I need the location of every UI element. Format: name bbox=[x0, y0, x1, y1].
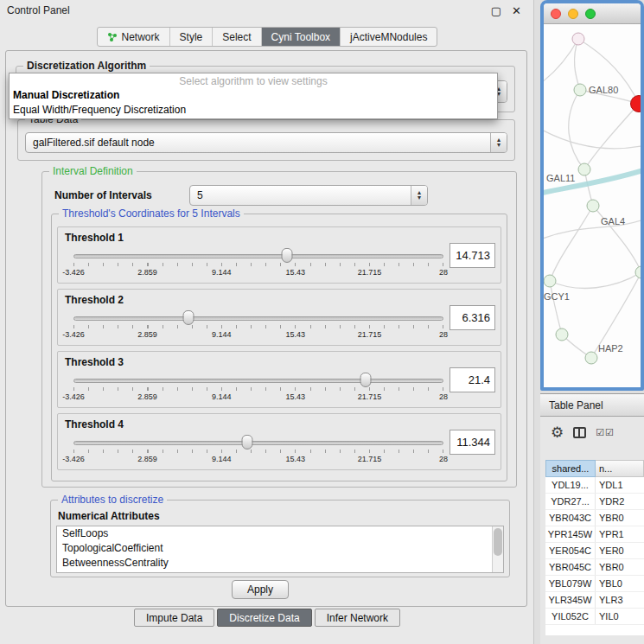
cell-name[interactable]: YBR0 bbox=[596, 559, 644, 575]
network-node[interactable] bbox=[572, 33, 585, 46]
network-node[interactable] bbox=[556, 328, 569, 341]
cell-shared-name[interactable]: YLR345W bbox=[545, 592, 596, 608]
float-window-icon[interactable]: ▢ bbox=[491, 4, 501, 17]
close-icon[interactable]: ✕ bbox=[512, 4, 521, 17]
slider-thumb[interactable] bbox=[282, 248, 293, 263]
network-node[interactable] bbox=[578, 163, 591, 176]
scale-label: 21.715 bbox=[358, 268, 382, 277]
mac-zoom-button[interactable] bbox=[585, 9, 596, 19]
cell-shared-name[interactable]: YPR145W bbox=[545, 526, 596, 542]
intervals-select-value: 5 bbox=[190, 189, 411, 201]
select-columns-icon[interactable]: ☑☑ bbox=[596, 427, 615, 438]
list-item[interactable]: BetweennessCentrality bbox=[57, 556, 503, 571]
network-node[interactable] bbox=[574, 84, 587, 97]
tab-infer-network[interactable]: Infer Network bbox=[315, 609, 400, 627]
slider-thumb[interactable] bbox=[360, 373, 372, 387]
threshold-1-slider[interactable]: -3.426 2.859 9.144 15.43 21.715 28 bbox=[73, 246, 443, 281]
cell-shared-name[interactable]: YER054C bbox=[545, 543, 596, 558]
network-node[interactable] bbox=[544, 275, 557, 288]
threshold-3-slider[interactable]: -3.426 2.859 9.144 15.43 21.715 28 bbox=[73, 371, 443, 405]
tab-style[interactable]: Style bbox=[169, 28, 213, 46]
slider-thumb[interactable] bbox=[242, 435, 253, 450]
cell-name[interactable]: YBR0 bbox=[596, 510, 644, 526]
tab-cyni-toolbox[interactable]: Cyni Toolbox bbox=[261, 28, 340, 46]
scale-label: 21.715 bbox=[358, 392, 382, 401]
network-window-titlebar bbox=[544, 3, 641, 24]
tab-label: Style bbox=[180, 31, 203, 43]
slider-ticks bbox=[73, 387, 443, 391]
stepper-icon[interactable]: ▴ ▾ bbox=[490, 133, 507, 152]
scale-label: 28 bbox=[439, 392, 448, 401]
table-row[interactable]: YER054C YER0 bbox=[545, 543, 644, 559]
threshold-4-slider[interactable]: -3.426 2.859 9.144 15.43 21.715 28 bbox=[73, 433, 443, 468]
threshold-3-value-field[interactable]: 21.4 bbox=[450, 367, 495, 392]
table-row[interactable]: YIL052C YIL0 bbox=[545, 609, 644, 625]
scale-label: -3.426 bbox=[62, 268, 85, 277]
table-row[interactable]: YBR045C YBR0 bbox=[545, 559, 644, 576]
cell-shared-name[interactable]: YBR045C bbox=[545, 559, 596, 575]
table-data-group: Table Data galFiltered.sif default node … bbox=[17, 119, 515, 161]
list-scrollbar[interactable] bbox=[492, 526, 503, 572]
tab-network[interactable]: Network bbox=[98, 28, 169, 46]
threshold-2-value-field[interactable]: 6.316 bbox=[450, 305, 495, 330]
threshold-2-slider[interactable]: -3.426 2.859 9.144 15.43 21.715 28 bbox=[73, 309, 443, 343]
scrollbar-thumb[interactable] bbox=[494, 528, 502, 556]
tab-discretize-data[interactable]: Discretize Data bbox=[217, 609, 311, 627]
slider-track[interactable] bbox=[73, 254, 443, 258]
slider-track[interactable] bbox=[73, 441, 443, 445]
cell-shared-name[interactable]: YDL19... bbox=[545, 477, 596, 493]
list-item[interactable]: SelfLoops bbox=[57, 526, 503, 541]
cell-name[interactable]: YBL0 bbox=[596, 576, 644, 591]
cell-name[interactable]: YIL0 bbox=[596, 609, 644, 624]
scale-label: 15.43 bbox=[286, 392, 306, 401]
cell-shared-name[interactable]: YDR27... bbox=[545, 494, 596, 509]
table-row[interactable]: YPR145W YPR1 bbox=[545, 526, 644, 543]
tab-jactivemnodules[interactable]: jActiveMNodules bbox=[340, 28, 437, 46]
dropdown-item-manual-discretization[interactable]: Manual Discretization bbox=[10, 88, 497, 103]
slider-track[interactable] bbox=[73, 379, 443, 383]
mac-close-button[interactable] bbox=[551, 9, 561, 19]
cell-shared-name[interactable]: YBR043C bbox=[545, 510, 596, 526]
threshold-4-value-field[interactable]: 11.344 bbox=[450, 430, 495, 455]
tab-select[interactable]: Select bbox=[212, 28, 260, 46]
table-row[interactable]: YBR043C YBR0 bbox=[545, 510, 644, 526]
column-header-shared-name[interactable]: shared... bbox=[545, 460, 596, 477]
scale-label: 15.43 bbox=[286, 455, 306, 463]
cell-name[interactable]: YPR1 bbox=[596, 526, 644, 542]
threshold-1-value-field[interactable]: 14.713 bbox=[450, 243, 495, 268]
table-row[interactable]: YDR27... YDR2 bbox=[545, 494, 644, 510]
network-canvas[interactable]: GAL80 GAL11 GAL4 GCY1 HAP2 bbox=[544, 24, 641, 386]
intervals-select[interactable]: 5 ▴ ▾ bbox=[189, 185, 428, 206]
column-header-name[interactable]: n... bbox=[596, 460, 644, 477]
apply-button[interactable]: Apply bbox=[232, 580, 289, 599]
stepper-icon[interactable]: ▴ ▾ bbox=[411, 186, 427, 205]
table-row[interactable]: YBL079W YBL0 bbox=[545, 576, 644, 592]
cell-name[interactable]: YLR3 bbox=[596, 592, 644, 608]
table-toolbar: ⚙ ☑☑ bbox=[540, 417, 644, 448]
cell-shared-name[interactable]: YIL052C bbox=[545, 609, 596, 624]
scale-label: -3.426 bbox=[62, 330, 85, 339]
slider-track[interactable] bbox=[73, 316, 443, 321]
columns-icon[interactable] bbox=[573, 427, 586, 438]
tab-impute-data[interactable]: Impute Data bbox=[134, 609, 214, 627]
cell-shared-name[interactable]: YBL079W bbox=[545, 576, 596, 591]
threshold-2-panel: Threshold 2 -3.426 2.859 9.144 15.43 21.… bbox=[57, 289, 501, 346]
network-node[interactable] bbox=[585, 352, 598, 365]
node-label: GAL4 bbox=[601, 216, 625, 226]
table-data-select[interactable]: galFiltered.sif default node ▴ ▾ bbox=[25, 132, 507, 153]
cell-name[interactable]: YDL1 bbox=[596, 477, 644, 493]
table-header-row: shared... n... bbox=[545, 460, 644, 477]
table-row[interactable]: YLR345W YLR3 bbox=[545, 592, 644, 609]
control-panel: Control Panel ▢ ✕ Network Style Select C… bbox=[0, 0, 534, 644]
dropdown-item-equal-width[interactable]: Equal Width/Frequency Discretization bbox=[10, 103, 497, 118]
table-row[interactable]: YDL19... YDL1 bbox=[545, 477, 644, 494]
network-node[interactable] bbox=[587, 200, 600, 213]
mac-minimize-button[interactable] bbox=[568, 9, 578, 19]
cell-name[interactable]: YDR2 bbox=[596, 494, 644, 509]
slider-thumb[interactable] bbox=[182, 310, 194, 325]
gear-icon[interactable]: ⚙ bbox=[551, 425, 564, 440]
bottom-tabbar: Impute Data Discretize Data Infer Networ… bbox=[0, 609, 534, 627]
list-item[interactable]: TopologicalCoefficient bbox=[57, 541, 503, 556]
cell-name[interactable]: YER0 bbox=[596, 543, 644, 558]
scale-label: 21.715 bbox=[358, 330, 382, 339]
